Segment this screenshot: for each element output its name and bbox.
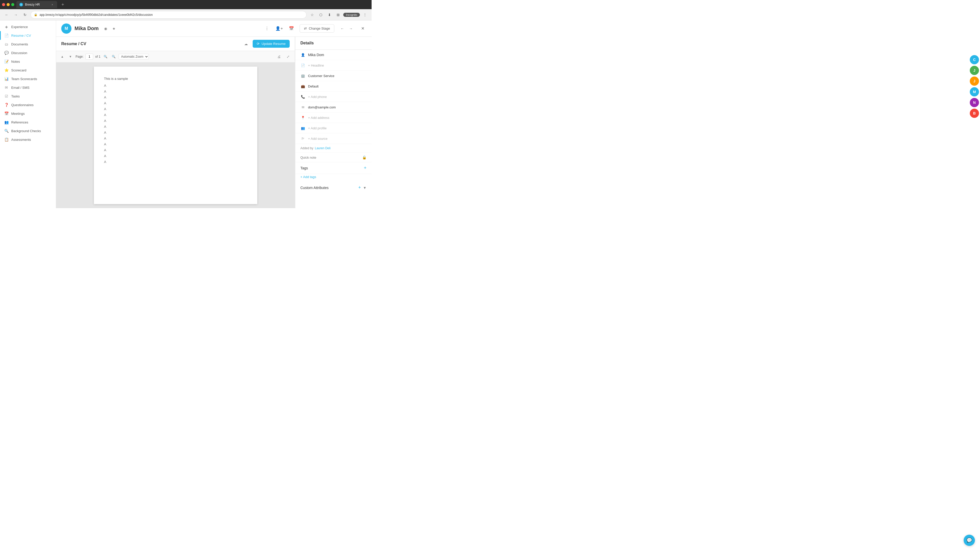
more-options-button[interactable]: ⋮ [263,24,271,33]
questionnaires-icon: ❓ [4,103,9,107]
back-button[interactable]: ← [3,11,10,18]
tab-favicon: B [19,3,23,6]
pdf-page-input[interactable] [86,54,93,60]
add-custom-attr-button[interactable]: + [358,185,361,190]
incognito-badge: Incognito [343,13,360,17]
avatar: M [61,24,72,34]
detail-row-source[interactable]: 🏳 + Add source [295,133,372,144]
pdf-print-button[interactable]: 🖨 [275,53,283,60]
close-candidate-button[interactable]: ✕ [359,25,366,32]
change-stage-button[interactable]: ⇄ Change Stage [300,24,334,33]
change-stage-icon: ⇄ [304,27,307,30]
sidebar-item-discussion[interactable]: 💬 Discussion [0,48,56,57]
sidebar-label-discussion: Discussion [11,51,27,55]
tags-label: Tags [301,166,308,170]
sidebar-item-assessments[interactable]: 📋 Assessments [0,135,56,144]
detail-email: dom@sample.com [308,105,336,109]
maximize-traffic-light[interactable] [11,3,14,6]
candidate-name: Mika Dom [75,25,99,32]
sidebar-item-experience[interactable]: ◈ Experience [0,22,56,31]
resume-header: Resume / CV ☁ ⟳ Update Resume [56,37,295,51]
sidebar-item-meetings[interactable]: 📅 Meetings [0,109,56,118]
new-tab-button[interactable]: + [59,1,66,8]
next-candidate-button[interactable]: → [347,25,355,32]
sidebar-label-scorecard: Scorecard [11,68,26,72]
pdf-sample-text: This is a sample [104,77,247,81]
sidebar-item-documents[interactable]: 🗂 Documents [0,40,56,48]
sidebar-item-scorecard[interactable]: ⭐ Scorecard [0,66,56,75]
refresh-button[interactable]: ↻ [21,11,29,18]
pdf-zoom-in-button[interactable]: 🔍 [102,54,108,60]
add-user-button[interactable]: 👤+ [275,24,283,33]
sidebar-item-team-scorecards[interactable]: 📊 Team Scorecards [0,75,56,83]
quick-note-row[interactable]: 🔒 [295,153,372,162]
browser-chrome: B Breezy HR × + [0,0,372,9]
pdf-zoom-select[interactable]: Automatic Zoom [119,54,149,59]
quick-note-input[interactable] [301,156,360,159]
rss-icon[interactable]: ◉ [103,25,109,32]
more-menu-icon[interactable]: ⋮ [361,11,369,18]
detail-row-name: 👤 Mika Dom [295,50,372,60]
prev-candidate-button[interactable]: ← [339,25,346,32]
sidebar-label-background-checks: Background Checks [11,129,41,133]
tab-close-button[interactable]: × [51,3,54,6]
sidebar-item-tasks[interactable]: ☑ Tasks [0,92,56,100]
pdf-content: This is a sample A A A A A A A A A A A A… [56,62,295,208]
sidebar-label-notes: Notes [11,60,20,64]
detail-candidate-name: Mika Dom [308,53,324,57]
address-bar-row: ← → ↻ 🔒 app.breezy.hr/app/c/moodjoy/p/5b… [0,9,372,21]
sidebar-label-assessments: Assessments [11,138,31,141]
content-row: Resume / CV ☁ ⟳ Update Resume ▲ ▼ Page: … [56,37,372,208]
add-tag-button[interactable]: + [364,165,366,171]
custom-attrs-chevron-icon[interactable]: ▼ [363,186,366,190]
sidebar-item-notes[interactable]: 📝 Notes [0,57,56,66]
download-icon[interactable]: ⬇ [326,11,333,18]
custom-attrs-actions: + ▼ [358,185,366,190]
pdf-prev-page-button[interactable]: ▲ [59,54,65,60]
lock-icon: 🔒 [362,156,366,159]
custom-attributes-row: Custom Attributes + ▼ [295,182,372,193]
sidebar-label-references: References [11,121,28,124]
extensions-icon[interactable]: ⬡ [317,11,325,18]
pdf-line-13: A [104,154,247,158]
calendar-button[interactable]: 📅 [287,24,296,33]
sidebar-item-questionnaires[interactable]: ❓ Questionnaires [0,100,56,109]
bookmark-icon[interactable]: ☆ [309,11,316,18]
address-bar[interactable]: 🔒 app.breezy.hr/app/c/moodjoy/p/5b46f90d… [30,11,307,19]
add-tags-text[interactable]: + Add tags [295,174,372,182]
detail-row-profile[interactable]: 👥 + Add profile [295,123,372,133]
sidebar-item-email-sms[interactable]: ✉ Email / SMS [0,83,56,92]
detail-row-phone[interactable]: 📞 + Add phone [295,92,372,102]
sidebar-label-email-sms: Email / SMS [11,86,30,89]
references-icon: 👥 [4,120,9,124]
sidebar-item-resume[interactable]: 📄 Resume / CV [0,31,56,40]
pdf-line-8: A [104,125,247,129]
briefcase-icon: 💼 [301,84,305,89]
pdf-fullscreen-button[interactable]: ⤢ [285,53,292,60]
close-traffic-light[interactable] [2,3,5,6]
app-layout: ◈ Experience 📄 Resume / CV 🗂 Documents 💬… [0,21,372,208]
update-resume-button[interactable]: ⟳ Update Resume [253,40,290,48]
detail-row-address[interactable]: 📍 + Add address [295,113,372,123]
phone-placeholder: + Add phone [308,95,327,99]
layout-icon[interactable]: ⊞ [334,11,342,18]
pdf-next-page-button[interactable]: ▼ [67,54,73,60]
pdf-page-label: Page: [76,55,83,59]
added-by-name[interactable]: Lauren Deli [315,146,331,150]
pdf-zoom-out-button[interactable]: 🔍 [110,54,117,60]
email-sms-icon: ✉ [4,86,9,89]
update-resume-icon: ⟳ [257,42,259,46]
pdf-line-7: A [104,119,247,123]
minimize-traffic-light[interactable] [6,3,10,6]
browser-tab[interactable]: B Breezy HR × [16,1,57,8]
meetings-icon: 📅 [4,111,9,116]
sidebar-item-references[interactable]: 👥 References [0,118,56,127]
detail-row-headline[interactable]: 📄 + Headline [295,60,372,71]
cloud-upload-icon[interactable]: ☁ [242,40,250,48]
star-icon[interactable]: ★ [111,25,117,32]
sidebar-item-background-checks[interactable]: 🔍 Background Checks [0,127,56,135]
sidebar-label-tasks: Tasks [11,94,20,98]
detail-row-email: ✉ dom@sample.com [295,102,372,113]
notes-icon: 📝 [4,59,9,64]
forward-button[interactable]: → [12,11,19,18]
